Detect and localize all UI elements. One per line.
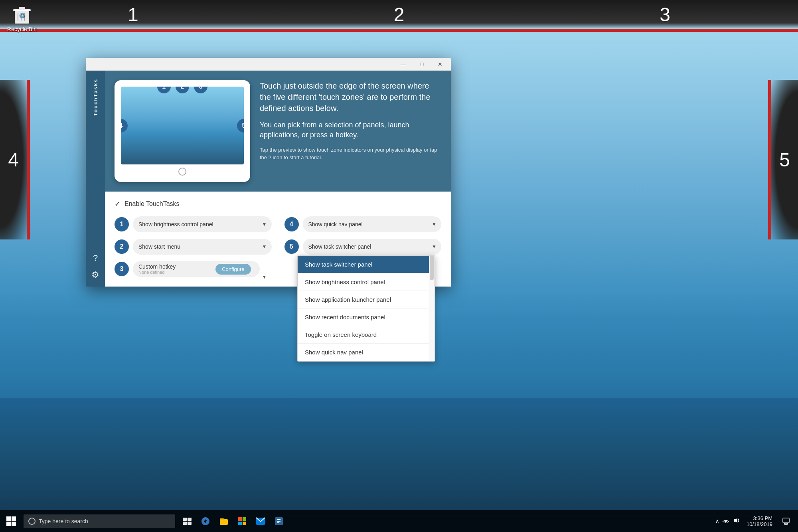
clock[interactable]: 3:36 PM 10/18/2019: [743, 515, 776, 527]
task-view-icon: [183, 518, 192, 525]
notification-icon: [782, 517, 790, 525]
mail-button[interactable]: [252, 510, 269, 532]
settings-icon[interactable]: ⚙: [91, 270, 99, 280]
dropdown-item-app-launcher[interactable]: Show application launcher panel: [298, 291, 435, 309]
dropdown-item-label: Show quick nav panel: [305, 349, 363, 356]
zone3-text-group: Custom hotkey None defined: [138, 263, 176, 275]
zone2-badge: 2: [115, 239, 129, 254]
svg-rect-2: [19, 7, 25, 9]
recycle-bin-icon[interactable]: ♻ Recycle Bin: [6, 4, 38, 32]
svg-rect-11: [183, 518, 187, 521]
zone5-select-wrapper: Show task switcher panel ▼: [303, 239, 442, 255]
header-sub-text: You can pick from a selection of panels,…: [260, 120, 441, 140]
zone4-dropdown-arrow: ▼: [432, 222, 437, 227]
zone2-row: 2 Show start menu ▼: [115, 239, 272, 255]
touch-zone-5[interactable]: 5: [768, 80, 798, 239]
clock-date: 10/18/2019: [747, 521, 772, 527]
zone3-row: 3 Custom hotkey None defined Configure ▼: [115, 261, 272, 277]
enable-touchtasks-label: Enable TouchTasks: [124, 200, 180, 208]
search-icon: [28, 518, 36, 525]
main-content: 1 2 3 4 5 Touch just outside the edge of…: [105, 71, 451, 287]
svg-rect-8: [12, 516, 16, 521]
zone4-row: 4 Show quick nav panel ▼: [284, 216, 442, 232]
svg-rect-9: [6, 522, 11, 526]
taskbar-right: ∧ 3:36 PM 10/18/2019: [715, 510, 798, 532]
dropdown-item-keyboard[interactable]: Toggle on screen keyboard: [298, 326, 435, 344]
start-button[interactable]: [0, 510, 22, 532]
tablet-screen: 1 2 3 4 5: [121, 87, 244, 164]
sidebar-logo: TouchTasks: [93, 75, 99, 119]
zone3-dropdown-arrow: ▼: [262, 274, 267, 280]
dropdown-item-label: Toggle on screen keyboard: [305, 331, 377, 338]
svg-rect-14: [188, 522, 192, 525]
zone1-select[interactable]: Show brightness control panel: [133, 216, 272, 232]
maximize-button[interactable]: □: [413, 58, 431, 71]
recycle-bin-label: Recycle Bin: [7, 26, 37, 32]
touch-zone-1[interactable]: 1: [0, 0, 266, 32]
app-window: — □ ✕ TouchTasks ? ⚙ 1 2 3: [86, 58, 451, 287]
dropdown-item-task-switcher[interactable]: Show task switcher panel: [298, 256, 435, 273]
dropdown-item-quick-nav[interactable]: Show quick nav panel: [298, 344, 435, 361]
store-button[interactable]: [233, 510, 251, 532]
tablet-home-button: [178, 168, 186, 176]
zone5-action-label: Show task switcher panel: [308, 243, 371, 250]
notification-button[interactable]: [777, 510, 795, 532]
dropdown-scrollbar[interactable]: [429, 256, 435, 361]
touchtasks-icon: [274, 516, 284, 526]
zone4-action-label: Show quick nav panel: [308, 221, 363, 227]
touchtasks-button[interactable]: [270, 510, 288, 532]
task-view-button[interactable]: [178, 510, 196, 532]
file-explorer-button[interactable]: [215, 510, 233, 532]
svg-rect-12: [188, 518, 192, 521]
minimize-button[interactable]: —: [394, 58, 413, 71]
header-main-text: Touch just outside the edge of the scree…: [260, 80, 441, 114]
edge-icon: [201, 516, 210, 526]
edge-browser-button[interactable]: [197, 510, 214, 532]
dropdown-scroll-thumb: [430, 256, 434, 280]
close-button[interactable]: ✕: [431, 58, 449, 71]
sidebar-bottom: ? ⚙: [91, 253, 99, 287]
zone1-dropdown-arrow: ▼: [262, 222, 267, 227]
dropdown-item-recent-docs[interactable]: Show recent documents panel: [298, 309, 435, 326]
touch-zone-3[interactable]: 3: [532, 0, 798, 32]
preview-zone-4: 4: [121, 119, 128, 133]
zone1-badge: 1: [115, 217, 129, 231]
search-box[interactable]: Type here to search: [24, 514, 175, 528]
zone5-badge: 5: [284, 239, 299, 254]
svg-rect-26: [784, 523, 788, 524]
volume-icon[interactable]: [732, 517, 742, 525]
preview-zone-1: 1: [157, 87, 171, 93]
taskbar: Type here to search: [0, 510, 798, 532]
dropdown-item-brightness[interactable]: Show brightness control panel: [298, 273, 435, 291]
enable-touchtasks-row[interactable]: ✓ Enable TouchTasks: [115, 200, 441, 208]
help-icon[interactable]: ?: [93, 253, 98, 263]
svg-rect-16: [220, 518, 224, 520]
zone5-select[interactable]: Show task switcher panel: [303, 239, 442, 255]
zone2-select[interactable]: Show start menu: [133, 239, 272, 255]
zone1-row: 1 Show brightness control panel ▼: [115, 216, 272, 232]
touch-zone-4[interactable]: 4: [0, 80, 30, 239]
touch-zone-top: 1 2 3: [0, 0, 798, 32]
configure-button[interactable]: Configure: [215, 264, 251, 275]
mail-icon: [256, 517, 265, 526]
clock-time: 3:36 PM: [753, 515, 772, 521]
tray-expand-button[interactable]: ∧: [715, 518, 719, 524]
network-icon[interactable]: [721, 518, 731, 524]
svg-rect-17: [238, 517, 242, 521]
title-bar: — □ ✕: [86, 58, 451, 71]
store-icon: [237, 516, 247, 526]
zone2-action-label: Show start menu: [138, 243, 180, 250]
zone5-dropdown-popup: Show task switcher panel Show brightness…: [297, 255, 435, 362]
zone5-row: 5 Show task switcher panel ▼: [284, 239, 442, 255]
search-placeholder: Type here to search: [39, 518, 88, 524]
app-body: TouchTasks ? ⚙ 1 2 3 4 5: [86, 71, 451, 287]
preview-zone-3: 3: [194, 87, 207, 93]
preview-zone-2: 2: [176, 87, 189, 93]
tablet-preview[interactable]: 1 2 3 4 5: [115, 80, 250, 182]
zone4-badge: 4: [284, 217, 299, 231]
zone4-select[interactable]: Show quick nav panel: [303, 216, 442, 232]
preview-zone-5: 5: [237, 119, 244, 133]
svg-rect-7: [6, 516, 11, 521]
svg-rect-1: [13, 9, 31, 11]
touch-zone-2[interactable]: 2: [266, 0, 532, 32]
